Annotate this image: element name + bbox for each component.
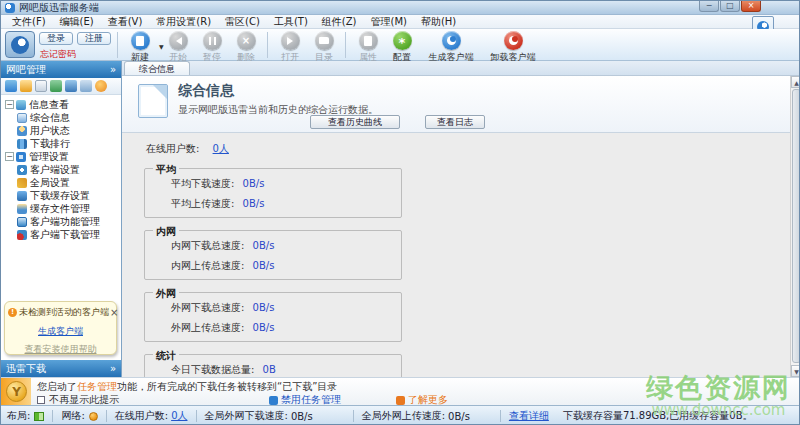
stat-value: 0B/s <box>243 198 265 209</box>
menu-help[interactable]: 帮助(H) <box>414 15 463 29</box>
view-detail-link[interactable]: 查看详细 <box>509 409 549 423</box>
new-task-icon <box>131 31 150 50</box>
menu-file[interactable]: 文件(F) <box>5 15 53 29</box>
toolbar-separator <box>117 32 118 58</box>
sidebar-header[interactable]: 网吧管理 » <box>1 61 121 78</box>
cache-file-icon <box>17 204 27 214</box>
main-header: 综合信息 显示网吧版迅雷当前和历史的综合运行数据。 查看历史曲线 查看日志 <box>122 76 800 133</box>
stat-row: 内网上传总速度: 0B/s <box>171 259 401 273</box>
thunder-download-section[interactable]: 迅雷下载 » <box>1 360 121 377</box>
uninstall-client-button[interactable]: 卸载客户端 <box>485 31 541 64</box>
login-button[interactable]: 登录 <box>39 32 73 45</box>
stat-value: 0B/s <box>253 240 275 251</box>
scroll-down-icon[interactable]: ▼ <box>791 365 800 377</box>
sidebar-toolbar-button-6[interactable] <box>80 80 92 92</box>
open-button[interactable]: 打开 <box>273 31 307 64</box>
tree-item-download-rank[interactable]: 下载排行 <box>3 137 121 150</box>
tree-item-client-download-manage[interactable]: 客户端下载管理 <box>3 228 121 241</box>
forgot-password-link[interactable]: 忘记密码 <box>40 48 76 61</box>
app-window: 网吧版迅雷服务端 − □ × 文件(F) 编辑(E) 查看(V) 常用设置(R)… <box>0 0 800 425</box>
scroll-up-icon[interactable]: ▲ <box>791 76 800 88</box>
cache-capacity-info: 下载缓存容量71.89GB,已用缓存容量0B。 <box>563 409 753 423</box>
tree-item-client-settings[interactable]: 客户端设置 <box>3 163 121 176</box>
new-task-button[interactable]: 新建 ▼ <box>123 31 157 64</box>
generate-client-link[interactable]: 生成客户端 <box>8 325 113 338</box>
menu-components[interactable]: 组件(Z) <box>315 15 364 29</box>
tab-overview[interactable]: 综合信息 <box>124 61 190 75</box>
menu-leiqu[interactable]: 雷区(C) <box>218 15 267 29</box>
chevron-double-icon[interactable]: » <box>110 61 116 78</box>
scrollbar-thumb[interactable] <box>792 89 800 363</box>
global-download-speed: 全局外网下载速度: 0B/s <box>205 409 313 423</box>
notice-close-icon[interactable]: × <box>109 308 119 317</box>
warning-icon: ! <box>8 308 17 317</box>
online-users-link[interactable]: 0人 <box>213 143 229 154</box>
info-view-icon <box>16 100 26 110</box>
config-button[interactable]: * 配置 <box>385 31 419 64</box>
directory-button[interactable]: 目录 <box>307 31 341 64</box>
install-help-link[interactable]: 查看安装使用帮助 <box>8 343 113 356</box>
properties-button[interactable]: 属性 <box>351 31 385 64</box>
menu-view[interactable]: 查看(V) <box>101 15 150 29</box>
maximize-button[interactable]: □ <box>720 1 740 12</box>
page-title: 综合信息 <box>178 82 234 100</box>
menu-edit[interactable]: 编辑(E) <box>53 15 101 29</box>
task-manage-notify-bar: Y 您启动了任务管理功能，所有完成的下载任务被转移到“已下载”目录 不再显示此提… <box>1 377 800 405</box>
statusbar-divider <box>353 410 354 422</box>
view-log-button[interactable]: 查看日志 <box>425 115 485 129</box>
sidebar-toolbar <box>1 78 121 95</box>
navigation-tree: − 信息查看 综合信息 用户状态 下载排行 − <box>1 95 121 241</box>
toolbar-separator <box>345 32 346 58</box>
online-users-link[interactable]: 0人 <box>171 409 187 423</box>
tab-bar: 综合信息 <box>122 61 800 76</box>
download-rank-icon <box>17 139 27 149</box>
pause-button[interactable]: 暂停 <box>195 31 229 64</box>
client-notice-popup: ! 未检测到活动的客户端 × 生成客户端 查看安装使用帮助 <box>4 301 117 355</box>
tree-item-global-settings[interactable]: 全局设置 <box>3 176 121 189</box>
online-users-label: 在线用户数: <box>146 143 199 154</box>
menu-tools[interactable]: 工具(T) <box>267 15 315 29</box>
collapse-icon[interactable]: − <box>5 100 14 109</box>
chevron-double-icon[interactable]: » <box>110 360 116 377</box>
body: 网吧管理 » − 信息查看 综合信息 <box>1 61 800 377</box>
sidebar-header-label: 网吧管理 <box>6 61 46 78</box>
tree-item-overview[interactable]: 综合信息 <box>3 111 121 124</box>
stat-row: 平均上传速度: 0B/s <box>171 197 401 211</box>
layout-icon[interactable] <box>34 412 44 421</box>
sidebar-toolbar-button-1[interactable] <box>5 80 17 92</box>
start-button[interactable]: 开始 <box>161 31 195 64</box>
status-bar: 布局: 网络: 在线用户数: 0人 全局外网下载速度: 0B/s 全局外网上传速… <box>1 405 800 425</box>
collapse-icon[interactable]: − <box>5 152 14 161</box>
delete-button[interactable]: × 删除 <box>229 31 263 64</box>
sidebar-toolbar-button-5[interactable] <box>65 80 77 92</box>
pause-icon <box>203 31 222 50</box>
open-icon <box>281 31 300 50</box>
generate-client-button[interactable]: 生成客户端 <box>423 31 479 64</box>
sidebar-toolbar-button-2[interactable] <box>20 80 32 92</box>
sidebar-toolbar-button-4[interactable] <box>50 80 62 92</box>
client-settings-icon <box>17 165 27 175</box>
minimize-button[interactable]: − <box>699 1 719 12</box>
view-history-curve-button[interactable]: 查看历史曲线 <box>310 115 400 129</box>
tree-item-info-view[interactable]: − 信息查看 <box>3 98 121 111</box>
menu-manage[interactable]: 管理(M) <box>363 15 413 29</box>
sidebar-toolbar-button-7[interactable] <box>95 80 107 92</box>
dont-show-checkbox[interactable] <box>37 396 45 404</box>
tree-item-manage-settings[interactable]: − 管理设置 <box>3 150 121 163</box>
client-download-icon <box>17 230 27 240</box>
tree-item-user-status[interactable]: 用户状态 <box>3 124 121 137</box>
tree-item-client-function-manage[interactable]: 客户端功能管理 <box>3 215 121 228</box>
tree-item-cache-settings[interactable]: 下载缓存设置 <box>3 189 121 202</box>
properties-icon <box>359 31 378 50</box>
sidebar-toolbar-button-3[interactable] <box>35 80 47 92</box>
online-users-status: 在线用户数: 0人 <box>115 409 188 423</box>
notify-message: 您启动了任务管理功能，所有完成的下载任务被转移到“已下载”目录 <box>37 380 337 394</box>
client-function-icon <box>17 217 27 227</box>
register-button[interactable]: 注册 <box>77 32 111 45</box>
vertical-scrollbar[interactable]: ▲ ▼ <box>790 76 800 377</box>
menu-common-settings[interactable]: 常用设置(R) <box>149 15 218 29</box>
thunder-logo-button[interactable] <box>5 31 35 58</box>
close-button[interactable]: × <box>741 1 761 12</box>
notice-text: 未检测到活动的客户端 <box>19 306 109 319</box>
tree-item-cache-file-manage[interactable]: 缓存文件管理 <box>3 202 121 215</box>
